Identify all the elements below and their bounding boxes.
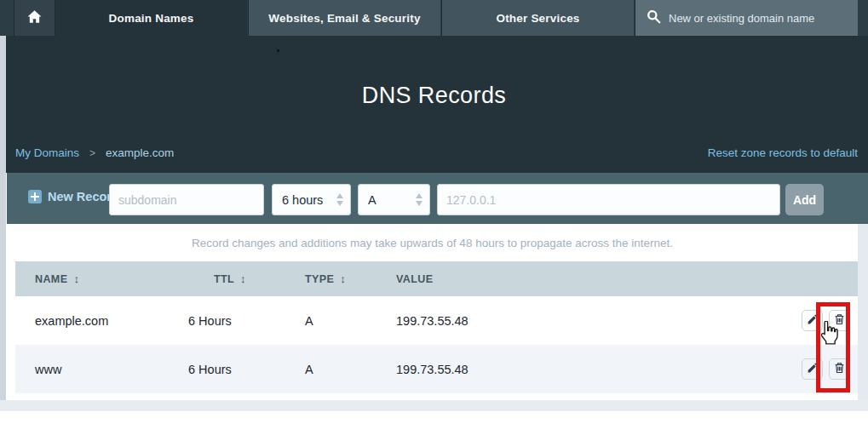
domain-search-input[interactable]	[669, 12, 848, 25]
page-right-gutter	[858, 224, 868, 400]
home-tab[interactable]	[14, 0, 55, 36]
sort-icon[interactable]: ↕	[240, 272, 246, 285]
record-type: A	[305, 345, 313, 393]
pencil-icon	[807, 363, 818, 376]
window-left-edge	[0, 36, 6, 400]
page-bottom-band	[0, 400, 868, 411]
tab-other-services[interactable]: Other Services	[441, 0, 634, 36]
top-navbar: Domain Names Websites, Email & Security …	[0, 0, 868, 36]
ttl-select[interactable]: 6 hours	[272, 184, 351, 215]
breadcrumb-current-domain[interactable]: example.com	[106, 146, 174, 159]
stepper-arrows-icon[interactable]	[416, 193, 423, 206]
screen-artifact-dot	[277, 49, 279, 52]
tab-other-services-label: Other Services	[496, 12, 579, 25]
sort-icon[interactable]: ↕	[73, 272, 79, 285]
dns-records-page: Domain Names Websites, Email & Security …	[0, 0, 868, 441]
page-title: DNS Records	[0, 83, 868, 109]
record-name: www	[35, 345, 61, 393]
records-section: Record changes and additions may take up…	[7, 224, 858, 400]
search-icon	[647, 9, 661, 27]
home-icon	[26, 9, 43, 26]
propagation-notice: Record changes and additions may take up…	[7, 237, 858, 249]
record-type-select-value: A	[368, 193, 416, 207]
tab-websites-email-security[interactable]: Websites, Email & Security	[248, 0, 440, 36]
breadcrumb-my-domains[interactable]: My Domains	[15, 146, 79, 159]
breadcrumb: My Domains > example.com Reset zone reco…	[15, 146, 858, 159]
subdomain-input[interactable]	[109, 184, 264, 215]
hero-section: DNS Records My Domains > example.com Res…	[0, 36, 868, 173]
record-value: 199.73.55.48	[396, 345, 468, 393]
trash-icon	[834, 313, 845, 328]
reset-zone-records-link[interactable]: Reset zone records to default	[708, 146, 858, 159]
edit-record-button[interactable]	[802, 310, 823, 331]
record-ttl: 6 Hours	[188, 296, 232, 345]
record-value: 199.73.55.48	[396, 296, 468, 345]
column-header-ttl[interactable]: TTL ↕	[214, 261, 246, 296]
sort-icon[interactable]: ↕	[340, 272, 346, 285]
record-type: A	[305, 296, 313, 345]
delete-record-button[interactable]	[829, 310, 850, 331]
column-header-type[interactable]: TYPE ↕	[305, 261, 346, 296]
record-ttl: 6 Hours	[188, 345, 232, 393]
tab-domain-names[interactable]: Domain Names	[55, 0, 247, 36]
breadcrumb-separator: >	[89, 147, 95, 159]
plus-icon	[28, 190, 42, 203]
edit-record-button[interactable]	[802, 358, 823, 380]
column-header-name[interactable]: NAME ↕	[35, 261, 79, 296]
new-record-button[interactable]: New Record	[22, 190, 119, 203]
new-record-bar: New Record 6 hours A Add	[7, 173, 868, 224]
tab-domain-names-label: Domain Names	[109, 12, 194, 25]
stepper-arrows-icon[interactable]	[336, 193, 343, 206]
add-record-button[interactable]: Add	[785, 184, 824, 215]
trash-icon	[834, 362, 845, 376]
record-name: example.com	[35, 296, 108, 345]
record-value-input[interactable]	[437, 184, 780, 215]
tab-websites-label: Websites, Email & Security	[268, 12, 420, 25]
table-row: example.com 6 Hours A 199.73.55.48	[15, 296, 858, 345]
domain-search-box[interactable]	[635, 0, 858, 36]
ttl-select-value: 6 hours	[282, 193, 336, 207]
table-header: NAME ↕ TTL ↕ TYPE ↕ VALUE	[15, 261, 858, 296]
table-row: www 6 Hours A 199.73.55.48	[15, 345, 858, 393]
delete-record-button[interactable]	[829, 358, 850, 380]
column-header-value: VALUE	[396, 261, 433, 296]
record-type-select[interactable]: A	[358, 184, 430, 215]
pencil-icon	[807, 314, 818, 328]
